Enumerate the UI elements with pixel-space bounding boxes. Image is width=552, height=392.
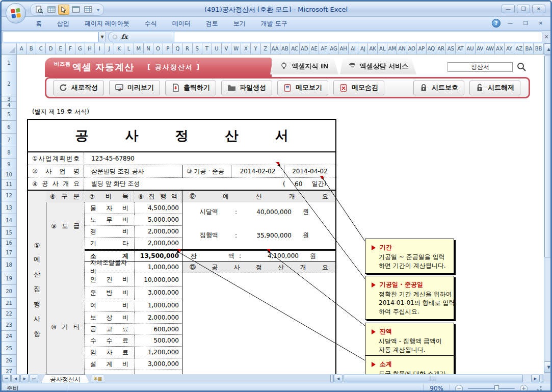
row-header-22[interactable]: 22 — [2, 309, 17, 319]
column-header-AB[interactable]: AB — [280, 43, 290, 55]
row-header-27[interactable]: 27 — [2, 367, 17, 374]
item-amount-cell[interactable]: 10,000,000 — [135, 273, 182, 286]
last-sheet-button[interactable]: ⏭ — [30, 375, 38, 382]
formula-bar-expand-icon[interactable]: ✕ — [542, 34, 550, 40]
row-header-21[interactable]: 21 — [2, 298, 17, 309]
column-header-AP[interactable]: AP — [417, 43, 427, 55]
cell-start-date[interactable]: 2014-02-02 — [231, 165, 284, 178]
minimize-button[interactable]: — — [502, 5, 515, 13]
item-amount-cell[interactable]: 3,000,000 — [135, 286, 182, 299]
row-header-24[interactable]: 24 — [2, 331, 17, 342]
cell-duration[interactable]: ( 60 일간) — [278, 178, 335, 190]
item-amount-cell[interactable]: 600,000 — [135, 324, 182, 334]
close-button[interactable]: ✕ — [532, 5, 545, 13]
balance-value[interactable]: 4,100,000 — [246, 252, 299, 259]
column-header-AM[interactable]: AM — [387, 43, 397, 55]
maximize-button[interactable]: ❐ — [517, 5, 530, 13]
ribbon-tab-2[interactable]: 삽입 — [49, 17, 77, 30]
column-header-AO[interactable]: AO — [407, 43, 417, 55]
column-header-AQ[interactable]: AQ — [427, 43, 436, 55]
zoom-level[interactable]: 90% — [423, 384, 450, 392]
item-amount-cell[interactable]: 1,000,000 — [135, 299, 182, 311]
column-header-G[interactable]: G — [75, 43, 85, 55]
column-header-AY[interactable]: AY — [505, 43, 514, 55]
row-header-15[interactable]: 15 — [2, 227, 17, 239]
item-amount-cell[interactable]: 1,000,000 — [135, 262, 182, 273]
column-header-AW[interactable]: AW — [485, 43, 495, 55]
column-header-Z[interactable]: Z — [261, 43, 271, 55]
insert-sheet-tab[interactable]: ✻▦ — [90, 375, 106, 382]
column-header-S[interactable]: S — [193, 43, 202, 55]
help-icon[interactable]: ? — [492, 19, 501, 28]
column-header-AF[interactable]: AF — [319, 43, 329, 55]
column-header-AZ[interactable]: AZ — [514, 43, 524, 55]
column-header-AD[interactable]: AD — [300, 43, 309, 55]
row-header-7[interactable]: 7 — [2, 134, 17, 146]
column-header-BA[interactable]: BA — [524, 43, 534, 55]
column-header-AX[interactable]: AX — [495, 43, 505, 55]
column-header-AT[interactable]: AT — [456, 43, 465, 55]
vertical-scrollbar-thumb[interactable] — [544, 56, 552, 257]
duration-value[interactable]: 60 — [285, 180, 312, 188]
row-header-18[interactable]: 18 — [2, 258, 17, 272]
row-header-13[interactable]: 13 — [2, 201, 17, 214]
formula-input[interactable] — [174, 32, 542, 42]
column-header-D[interactable]: D — [46, 43, 56, 55]
row-header-20[interactable]: 20 — [2, 285, 17, 298]
column-header-AI[interactable]: AI — [349, 43, 358, 55]
column-header-AE[interactable]: AE — [309, 43, 319, 55]
workbook-restore-button[interactable]: ❐ — [520, 19, 531, 27]
row-header-12[interactable]: 12 — [2, 190, 17, 201]
column-header-N[interactable]: N — [144, 43, 153, 55]
row-header-17[interactable]: 17 — [2, 247, 17, 258]
column-header-AG[interactable]: AG — [329, 43, 339, 55]
column-header-B[interactable]: B — [27, 43, 36, 55]
column-header-BB[interactable]: BB — [534, 43, 543, 55]
item-amount-cell[interactable]: 2,000,000 — [135, 312, 182, 323]
cell-end-date[interactable]: 2014-04-02 — [284, 165, 335, 178]
insert-function-button[interactable]: fx — [121, 33, 127, 40]
column-header-AL[interactable]: AL — [378, 43, 387, 55]
row-header-10[interactable]: 10 — [2, 170, 17, 179]
scroll-up-button[interactable]: ▲ — [544, 43, 552, 55]
horizontal-scrollbar-thumb[interactable]: |||| — [344, 375, 523, 382]
column-header-H[interactable]: H — [85, 43, 95, 55]
column-header-AU[interactable]: AU — [465, 43, 475, 55]
next-sheet-button[interactable]: ▶ — [20, 375, 29, 382]
action-button-시트보호[interactable]: 시트보호 — [413, 81, 464, 95]
row-header-1[interactable]: 1 — [2, 55, 17, 71]
item-amount-cell[interactable]: 100,000 — [135, 370, 182, 374]
row-header-3[interactable]: 3 — [2, 96, 17, 102]
row-header-5[interactable]: 5 — [2, 109, 17, 121]
ribbon-tab-7[interactable]: 보기 — [226, 17, 253, 30]
column-header-V[interactable]: V — [222, 43, 231, 55]
office-button[interactable] — [6, 3, 26, 23]
column-header-J[interactable]: J — [104, 43, 114, 55]
item-amount-cell[interactable]: 13,500,000 — [135, 251, 182, 261]
banner-tab-consult[interactable]: 엑셀상담 서비스 — [340, 58, 416, 74]
cell-plan-no[interactable]: 123-45-67890 — [84, 152, 335, 165]
column-header-AA[interactable]: AA — [271, 43, 280, 55]
column-header-O[interactable]: O — [153, 43, 163, 55]
select-all-corner[interactable] — [2, 43, 17, 55]
prev-sheet-button[interactable]: ◀ — [11, 375, 20, 382]
column-header-AH[interactable]: AH — [339, 43, 349, 55]
cell-overview[interactable]: 빌딩 앞 화단 조성 — [84, 178, 278, 190]
first-sheet-button[interactable]: ⏮ — [2, 375, 11, 382]
column-header-Y[interactable]: Y — [251, 43, 260, 55]
item-amount-cell[interactable]: 1,200,000 — [135, 347, 182, 358]
workbook-close-button[interactable]: ✕ — [535, 19, 546, 27]
column-header-AK[interactable]: AK — [368, 43, 378, 55]
item-amount-cell[interactable]: 2,000,000 — [135, 238, 182, 249]
ribbon-tab-4[interactable]: 수식 — [137, 17, 165, 30]
item-amount-cell[interactable]: 5,000,000 — [135, 214, 182, 225]
column-header-E[interactable]: E — [56, 43, 66, 55]
name-box[interactable] — [3, 32, 98, 42]
row-header-23[interactable]: 23 — [2, 319, 17, 331]
workbook-minimize-button[interactable]: — — [505, 19, 516, 27]
action-button-미리보기[interactable]: 미리보기 — [109, 81, 160, 95]
column-header-AN[interactable]: AN — [397, 43, 407, 55]
column-header-AS[interactable]: AS — [446, 43, 456, 55]
column-header-AV[interactable]: AV — [476, 43, 485, 55]
row-header-4[interactable]: 4 — [2, 102, 17, 109]
